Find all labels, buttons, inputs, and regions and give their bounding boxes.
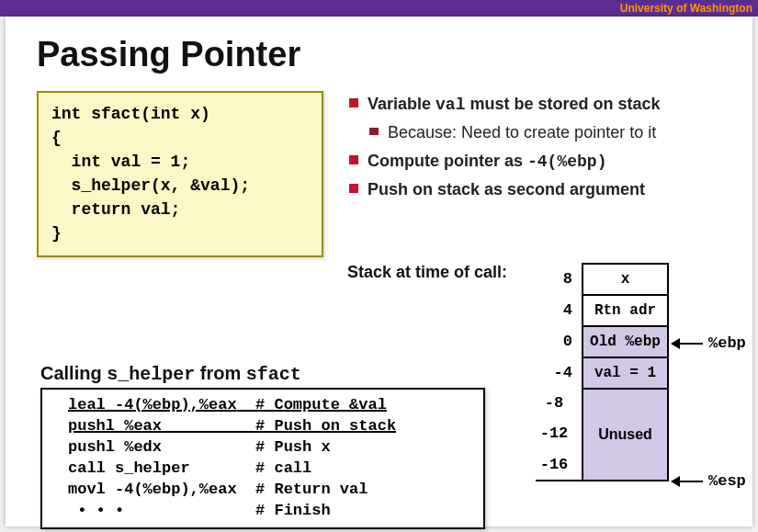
- stack-offset-group: -8 -12 -16: [536, 388, 582, 480]
- page-title: Passing Pointer: [37, 35, 721, 74]
- stack-offset: 0: [536, 325, 582, 357]
- bullet-3-text: Push on stack as second argument: [368, 178, 645, 200]
- stack-cell-unused: Unused: [582, 388, 669, 480]
- stack-offset: -4: [536, 357, 582, 388]
- ebp-pointer: %ebp: [672, 334, 746, 352]
- upper-row: int sfact(int x) { int val = 1; s_helper…: [37, 91, 721, 257]
- stack-row: 4 Rtn adr: [536, 294, 669, 325]
- arrow-left-icon: [672, 481, 703, 482]
- bullet-1-text: Variable val must be stored on stack: [368, 93, 661, 116]
- header-bar: University of Washington: [0, 0, 758, 17]
- stack-caption: Stack at time of call:: [347, 263, 507, 281]
- stack-offset: 4: [536, 294, 582, 325]
- ebp-label: %ebp: [708, 334, 746, 352]
- stack-area: Stack at time of call: 8 x 4 Rtn adr 0 O…: [347, 263, 715, 282]
- source-code-box: int sfact(int x) { int val = 1; s_helper…: [37, 91, 323, 257]
- bullet-1a: Because: Need to create pointer to it: [349, 121, 721, 143]
- bullet-icon: [349, 98, 358, 108]
- institution-label: University of Washington: [620, 2, 752, 15]
- stack-row: 8 x: [536, 263, 669, 294]
- stack-cell: Old %ebp: [582, 325, 669, 357]
- esp-label: %esp: [708, 472, 746, 490]
- bullet-icon: [349, 184, 358, 193]
- stack-table: 8 x 4 Rtn adr 0 Old %ebp -4 val = 1 -8 -…: [536, 263, 669, 481]
- stack-cell: Rtn adr: [582, 294, 669, 325]
- bullet-2-text: Compute pointer as -4(%ebp): [368, 150, 606, 173]
- assembly-subtitle: Calling s_helper from sfact: [40, 363, 301, 385]
- stack-row-unused: -8 -12 -16 Unused: [536, 388, 669, 480]
- bullet-1a-text: Because: Need to create pointer to it: [388, 121, 656, 143]
- bullet-icon: [369, 128, 379, 135]
- stack-offset: 8: [536, 263, 582, 294]
- stack-cell: x: [582, 263, 669, 294]
- bullet-list: Variable val must be stored on stack Bec…: [349, 91, 721, 206]
- bullet-1: Variable val must be stored on stack: [349, 93, 721, 116]
- esp-pointer: %esp: [672, 472, 746, 490]
- slide-body: Passing Pointer int sfact(int x) { int v…: [6, 17, 752, 526]
- stack-row: 0 Old %ebp: [536, 325, 669, 357]
- arrow-left-icon: [672, 343, 703, 345]
- stack-cell: val = 1: [582, 357, 669, 388]
- bullet-2: Compute pointer as -4(%ebp): [349, 150, 721, 173]
- assembly-code-box: leal -4(%ebp),%eax # Compute &val pushl …: [40, 388, 485, 529]
- bullet-3: Push on stack as second argument: [349, 178, 721, 200]
- bullet-icon: [349, 155, 358, 164]
- stack-row: -4 val = 1: [536, 357, 669, 388]
